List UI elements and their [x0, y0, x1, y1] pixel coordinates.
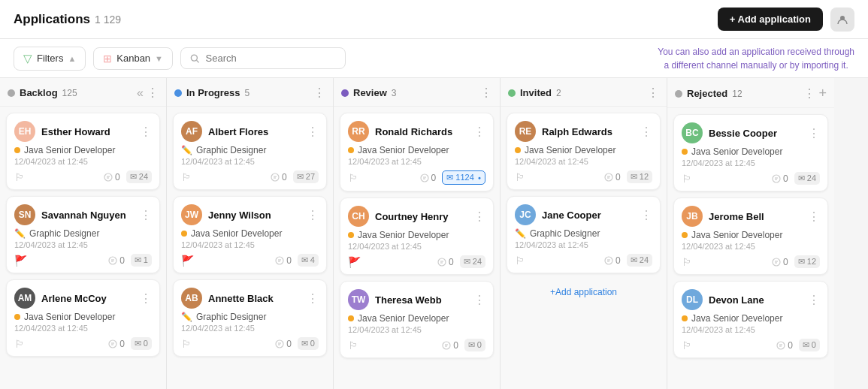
candidate-name: Ralph Edwards — [542, 126, 634, 137]
search-icon — [190, 53, 200, 64]
column-menu-icon[interactable]: ⋮ — [480, 86, 492, 100]
table-row[interactable]: EHEsther Howard⋮Java Senior Developer12/… — [6, 113, 160, 190]
card-menu-icon[interactable]: ⋮ — [473, 125, 485, 139]
card-menu-icon[interactable]: ⋮ — [473, 293, 485, 307]
column-actions: ⋮ — [313, 86, 325, 100]
flag-icon: 🏳 — [181, 171, 192, 183]
column-count: 12 — [732, 89, 742, 99]
role-label: Graphic Designer — [530, 228, 600, 239]
card-menu-icon[interactable]: ⋮ — [808, 126, 820, 140]
avatar: CH — [348, 206, 369, 227]
table-row[interactable]: BCBessie Cooper⋮Java Senior Developer12/… — [673, 114, 828, 191]
cards-list: EHEsther Howard⋮Java Senior Developer12/… — [0, 107, 166, 389]
card-menu-icon[interactable]: ⋮ — [640, 208, 652, 222]
avatar: RE — [515, 121, 536, 142]
stats-group: 0✉ 24 — [437, 255, 485, 268]
card-menu-icon[interactable]: ⋮ — [307, 208, 319, 222]
stats-group: 0✉ 27 — [271, 170, 319, 183]
card-header: DLDevon Lane⋮ — [682, 289, 820, 310]
card-menu-icon[interactable]: ⋮ — [140, 208, 152, 222]
card-role: ✏️Graphic Designer — [181, 312, 319, 322]
column-actions: ⋮ — [647, 86, 659, 100]
svg-point-24 — [438, 258, 446, 266]
comments-count: 0 — [108, 339, 125, 349]
table-row[interactable]: AFAlbert Flores⋮✏️Graphic Designer12/04/… — [173, 113, 327, 190]
search-box[interactable] — [180, 47, 346, 69]
card-footer: 🏳 0✉ 0 — [348, 339, 485, 351]
column-title: Review — [353, 87, 387, 98]
messages-count: ✉ 24 — [794, 172, 820, 185]
card-menu-icon[interactable]: ⋮ — [808, 210, 820, 224]
card-role: Java Senior Developer — [181, 228, 319, 239]
flag-icon: 🏳 — [682, 339, 692, 351]
search-input[interactable] — [206, 53, 336, 64]
comments-count: 0 — [604, 172, 621, 182]
collapse-icon[interactable]: « — [137, 86, 144, 100]
card-date: 12/04/2023 at 12:45 — [14, 324, 152, 333]
table-row[interactable]: RRRonald Richards⋮Java Senior Developer1… — [340, 113, 494, 191]
flag-icon: 🏳 — [682, 173, 692, 185]
candidate-name: Savannah Nguyen — [41, 210, 134, 221]
svg-point-27 — [443, 342, 450, 349]
flag-icon: 🏳 — [348, 172, 358, 184]
table-row[interactable]: SNSavannah Nguyen⋮✏️Graphic Designer12/0… — [6, 196, 160, 273]
table-row[interactable]: TWTheresa Webb⋮Java Senior Developer12/0… — [340, 281, 494, 358]
table-row[interactable]: JCJane Cooper⋮✏️Graphic Designer12/04/20… — [507, 196, 661, 273]
add-card-icon[interactable]: + — [818, 86, 827, 101]
candidate-name: Ronald Richards — [375, 126, 467, 137]
card-role: Java Senior Developer — [348, 145, 485, 155]
comments-count: 0 — [271, 172, 287, 182]
table-row[interactable]: CHCourtney Henry⋮Java Senior Developer12… — [340, 198, 494, 275]
card-header: ABAnnette Black⋮ — [181, 288, 319, 309]
card-header: AFAlbert Flores⋮ — [181, 121, 319, 142]
card-menu-icon[interactable]: ⋮ — [640, 125, 652, 139]
table-row[interactable]: AMArlene McCoy⋮Java Senior Developer12/0… — [6, 279, 160, 357]
column-menu-icon[interactable]: ⋮ — [647, 86, 659, 100]
card-menu-icon[interactable]: ⋮ — [307, 291, 319, 306]
card-header: CHCourtney Henry⋮ — [348, 206, 485, 227]
avatar: AB — [181, 288, 202, 309]
card-role: ✏️Graphic Designer — [515, 228, 652, 239]
card-menu-icon[interactable]: ⋮ — [808, 293, 820, 307]
column-actions: «⋮ — [137, 86, 159, 100]
column-menu-icon[interactable]: ⋮ — [313, 86, 325, 100]
flag-icon: 🏳 — [348, 339, 358, 351]
card-date: 12/04/2023 at 12:45 — [515, 157, 652, 166]
card-menu-icon[interactable]: ⋮ — [473, 210, 485, 224]
messages-count: ✉ 0 — [131, 337, 152, 350]
avatar: TW — [348, 289, 369, 310]
role-dot — [14, 314, 20, 320]
card-header: JWJenny Wilson⋮ — [181, 204, 319, 225]
role-dot — [348, 147, 354, 153]
table-row[interactable]: JWJenny Wilson⋮Java Senior Developer12/0… — [173, 196, 327, 273]
avatar: EH — [14, 121, 35, 142]
role-label: Java Senior Developer — [24, 145, 115, 155]
table-row[interactable]: RERalph Edwards⋮Java Senior Developer12/… — [507, 113, 661, 190]
stats-group: 0✉ 0 — [108, 337, 152, 350]
card-menu-icon[interactable]: ⋮ — [307, 125, 319, 139]
card-menu-icon[interactable]: ⋮ — [140, 291, 152, 306]
column-count: 2 — [556, 88, 561, 98]
add-application-link[interactable]: +Add application — [507, 279, 661, 305]
card-date: 12/04/2023 at 12:45 — [14, 157, 152, 166]
role-dot — [348, 232, 354, 238]
role-label: Java Senior Developer — [358, 313, 449, 324]
column-title: Invited — [520, 87, 552, 98]
add-application-button[interactable]: + Add application — [718, 8, 823, 31]
filters-button[interactable]: ▽ Filters ▲ — [14, 47, 86, 71]
column-menu-icon[interactable]: ⋮ — [147, 86, 159, 100]
table-row[interactable]: JBJerome Bell⋮Java Senior Developer12/04… — [673, 198, 828, 275]
role-icon: ✏️ — [515, 228, 526, 239]
stats-group: 0✉ 12 — [772, 255, 820, 268]
user-avatar-button[interactable] — [830, 8, 854, 32]
column-menu-icon[interactable]: ⋮ — [803, 86, 815, 101]
table-row[interactable]: DLDevon Lane⋮Java Senior Developer12/04/… — [673, 281, 828, 358]
role-label: Java Senior Developer — [691, 313, 782, 324]
stats-group: 0✉ 24 — [772, 172, 820, 185]
card-date: 12/04/2023 at 12:45 — [348, 157, 485, 166]
card-menu-icon[interactable]: ⋮ — [140, 125, 152, 139]
candidate-name: Jane Cooper — [542, 210, 634, 221]
table-row[interactable]: ABAnnette Black⋮✏️Graphic Designer12/04/… — [173, 279, 327, 357]
filter-icon: ▽ — [23, 52, 32, 65]
kanban-button[interactable]: ⊞ Kanban ▼ — [93, 47, 173, 70]
